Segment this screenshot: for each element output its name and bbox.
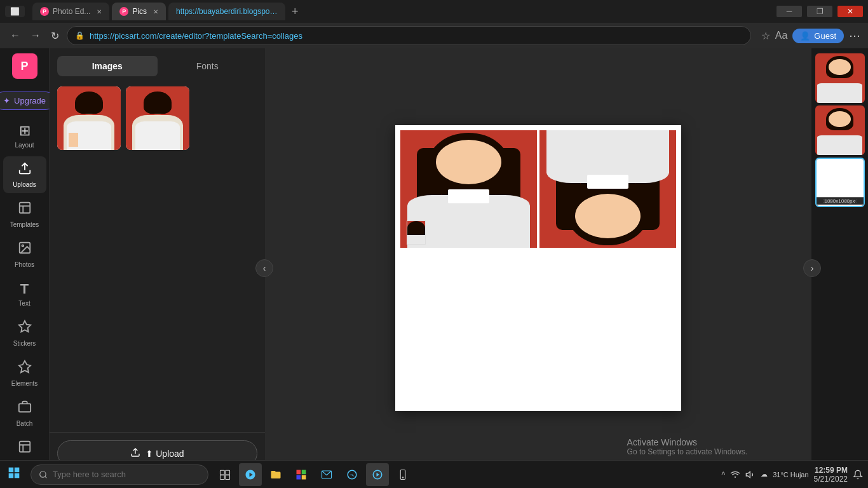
svg-rect-20 (15, 473, 20, 478)
right-thumb-3[interactable]: 1080x1080px 1080x1080px (815, 158, 865, 207)
sidebar-item-uploads[interactable]: Uploads (3, 156, 46, 193)
maximize-button[interactable]: ❐ (807, 6, 832, 17)
uploads-icon (18, 161, 32, 179)
guest-label: Guest (814, 31, 836, 41)
upgrade-button[interactable]: ✦ Upgrade (0, 92, 55, 110)
tray-chevron-icon[interactable]: ^ (722, 470, 726, 479)
tab-picsart-label: Pics (132, 7, 147, 16)
svg-marker-34 (747, 471, 750, 477)
close-button[interactable]: ✕ (837, 6, 863, 17)
svg-rect-27 (297, 470, 301, 474)
expand-right-panel-button[interactable]: › (803, 259, 821, 277)
tab-close-1[interactable]: ✕ (97, 8, 102, 15)
clock-date: 5/21/2022 (814, 475, 848, 484)
system-clock[interactable]: 12:59 PM 5/21/2022 (814, 466, 848, 484)
taskbar-store[interactable] (290, 463, 313, 486)
background-icon (18, 440, 32, 458)
tab-images[interactable]: Images (57, 56, 158, 76)
activate-subtitle: Go to Settings to activate Windows. (627, 447, 747, 456)
right-thumb-2[interactable] (815, 105, 865, 155)
right-thumb-1[interactable] (815, 53, 865, 103)
elements-icon (18, 360, 32, 377)
tab-blog[interactable]: https://buayaberdiri.blogspot.com/ (168, 3, 285, 20)
sidebar-item-templates[interactable]: Templates (3, 196, 46, 233)
sidebar-label-uploads: Uploads (13, 181, 36, 188)
sidebar-item-stickers[interactable]: Stickers (3, 315, 46, 352)
notification-icon[interactable] (853, 470, 863, 480)
sidebar-label-layout: Layout (15, 142, 34, 149)
svg-point-5 (22, 245, 24, 247)
taskbar-messenger[interactable] (341, 463, 363, 486)
sidebar-label-stickers: Stickers (13, 340, 36, 347)
collapse-panel-button[interactable]: ‹ (255, 259, 273, 277)
upload-icon (130, 447, 140, 459)
browser-actions: ☆ Aa 👤 Guest ⋯ (761, 29, 860, 43)
minimize-button[interactable]: ─ (776, 6, 802, 17)
star-icon[interactable]: ☆ (761, 30, 770, 42)
image-thumb-2[interactable] (126, 86, 189, 150)
picsart-logo[interactable]: P (12, 53, 37, 79)
collage-image-1[interactable] (400, 130, 537, 248)
sidebar-item-photos[interactable]: Photos (3, 236, 46, 273)
left-panel: Images Fonts (50, 48, 266, 488)
thumb-dimension-label: 1080x1080px (824, 198, 855, 204)
collage-image-2[interactable] (539, 130, 676, 248)
svg-rect-29 (297, 475, 301, 479)
taskbar-edge-2[interactable] (366, 463, 389, 486)
refresh-button[interactable]: ↻ (48, 27, 62, 44)
canvas-area: ‹ › (266, 48, 811, 488)
canvas-wrapper (395, 125, 681, 411)
taskbar-explorer[interactable] (264, 463, 287, 486)
sidebar-item-layout[interactable]: ⊞ Layout (3, 118, 46, 154)
address-text: https://picsart.com/create/editor?templa… (90, 31, 302, 41)
taskbar-right: ^ ☁ 31°C Hujan 12:59 PM 5/21/2022 (722, 466, 868, 484)
taskbar-taskview[interactable] (214, 463, 236, 486)
sidebar-item-batch[interactable]: Batch (3, 395, 46, 432)
batch-icon (18, 400, 32, 417)
guest-button[interactable]: 👤 Guest (792, 29, 844, 43)
svg-rect-30 (302, 475, 306, 479)
panel-tabs: Images Fonts (57, 56, 257, 76)
app-container: P ✦ Upgrade ⊞ Layout Uploads Templates (0, 48, 868, 488)
sidebar-label-text: Text (18, 300, 30, 307)
lock-icon: 🔒 (75, 31, 85, 40)
address-bar[interactable]: 🔒 https://picsart.com/create/editor?temp… (67, 26, 751, 45)
window-controls: ─ ❐ ✕ (776, 6, 863, 17)
text-icon: T (20, 281, 29, 297)
guest-avatar-icon: 👤 (800, 31, 810, 41)
read-icon[interactable]: Aa (775, 30, 788, 41)
tab-picsart[interactable]: P Pics ✕ (112, 3, 166, 20)
sidebar-label-photos: Photos (15, 261, 34, 268)
weather-temp: 31°C Hujan (773, 471, 808, 478)
clock-time: 12:59 PM (814, 466, 848, 475)
start-button[interactable] (0, 461, 28, 489)
weather-text: ☁ (761, 470, 768, 478)
images-grid (50, 81, 265, 432)
back-button[interactable]: ← (8, 27, 23, 44)
new-tab-button[interactable]: + (292, 5, 299, 18)
tab-photo-editor[interactable]: P Photo Ed... ✕ (32, 3, 109, 20)
tab-blog-url: https://buayaberdiri.blogspot.com/ (176, 7, 278, 16)
new-tab-square[interactable]: ⬜ (5, 6, 25, 17)
sidebar-label-elements: Elements (11, 380, 38, 387)
image-thumb-1[interactable] (57, 86, 121, 150)
more-button[interactable]: ⋯ (849, 29, 860, 43)
sidebar-label-batch: Batch (17, 420, 33, 427)
taskbar-mail[interactable] (315, 463, 338, 486)
svg-point-33 (402, 477, 403, 478)
forward-button[interactable]: → (28, 27, 43, 44)
taskbar-search[interactable] (31, 464, 208, 485)
address-bar-row: ← → ↻ 🔒 https://picsart.com/create/edito… (0, 23, 868, 48)
taskbar-edge-1[interactable] (239, 463, 262, 486)
system-tray: ^ ☁ 31°C Hujan (722, 470, 809, 480)
photos-icon (18, 241, 32, 259)
tab-fonts[interactable]: Fonts (158, 56, 258, 76)
taskbar-search-input[interactable] (53, 470, 193, 479)
taskbar-phone[interactable] (391, 463, 414, 486)
sidebar-item-elements[interactable]: Elements (3, 355, 46, 392)
taskbar: ^ ☁ 31°C Hujan 12:59 PM 5/21/2022 (0, 460, 868, 488)
tab-close-2[interactable]: ✕ (153, 8, 158, 15)
upload-label: ⬆ Upload (146, 449, 184, 459)
windows-icon (8, 466, 20, 482)
sidebar-item-text[interactable]: T Text (3, 276, 46, 312)
